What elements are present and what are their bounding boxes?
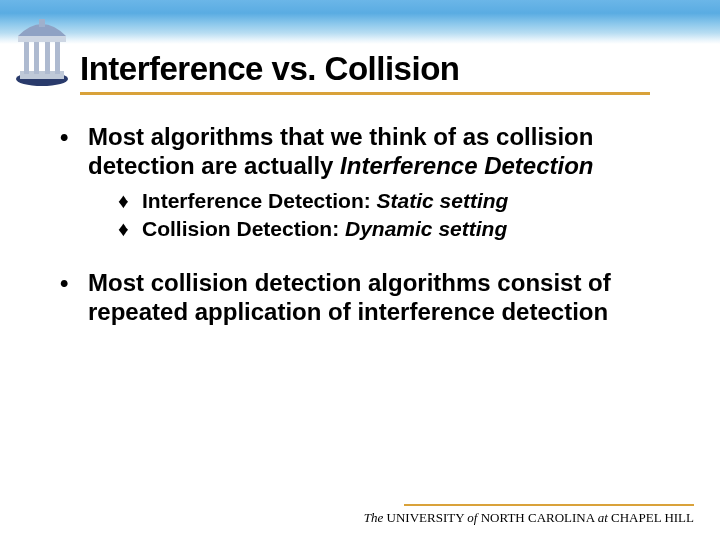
diamond-marker: ♦ (118, 187, 142, 215)
svg-rect-7 (39, 19, 45, 27)
sub-label: Collision Detection: (142, 217, 345, 240)
svg-rect-6 (18, 36, 66, 42)
sub-italic: Static setting (377, 189, 509, 212)
svg-rect-4 (45, 40, 50, 74)
footer: The UNIVERSITY of NORTH CAROLINA at CHAP… (364, 504, 694, 526)
bullet-item: • Most collision detection algorithms co… (56, 269, 664, 327)
footer-line (404, 504, 694, 506)
bullet-marker: • (56, 123, 88, 181)
sub-label: Interference Detection: (142, 189, 377, 212)
diamond-marker: ♦ (118, 215, 142, 243)
sub-bullet-item: ♦ Collision Detection: Dynamic setting (118, 215, 664, 243)
svg-rect-5 (55, 40, 60, 74)
bullet-emphasis: Interference Detection (340, 152, 593, 179)
svg-rect-3 (34, 40, 39, 74)
slide-title: Interference vs. Collision (80, 50, 720, 88)
content-area: • Most algorithms that we think of as co… (0, 95, 720, 327)
svg-rect-2 (24, 40, 29, 74)
top-banner (0, 0, 720, 44)
unc-well-logo (12, 16, 72, 88)
sub-italic: Dynamic setting (345, 217, 507, 240)
sub-bullet-item: ♦ Interference Detection: Static setting (118, 187, 664, 215)
footer-text: The UNIVERSITY of NORTH CAROLINA at CHAP… (364, 510, 694, 526)
sub-list: ♦ Interference Detection: Static setting… (118, 187, 664, 244)
bullet-item: • Most algorithms that we think of as co… (56, 123, 664, 181)
bullet-marker: • (56, 269, 88, 327)
header: Interference vs. Collision (0, 44, 720, 88)
bullet-text: Most collision detection algorithms cons… (88, 269, 611, 325)
